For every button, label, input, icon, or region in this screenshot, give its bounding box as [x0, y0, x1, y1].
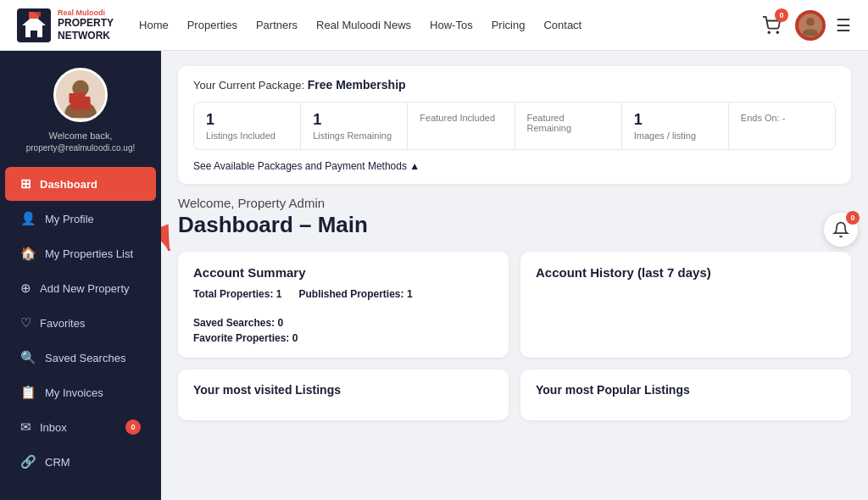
package-bar: Your Current Package: Free Membership 1 … — [178, 66, 851, 184]
sidebar-item-add-property[interactable]: ⊕ Add New Property — [5, 271, 156, 305]
sidebar-item-properties-list[interactable]: 🏠 My Properties List — [5, 236, 156, 270]
sidebar-label-crm: CRM — [45, 456, 70, 469]
sidebar-label-dashboard: Dashboard — [40, 178, 97, 191]
svg-point-5 — [776, 31, 778, 33]
published-properties-stat: Published Properties: 1 — [299, 288, 413, 300]
most-popular-title: Your most Popular Listings — [536, 383, 836, 397]
welcome-title: Dashboard – Main — [178, 212, 851, 238]
sidebar-item-dashboard[interactable]: ⊞ Dashboard — [5, 167, 156, 201]
nav-pricing[interactable]: Pricing — [492, 19, 526, 31]
svg-rect-11 — [70, 97, 90, 109]
stat-ends-on: Ends On: - — [729, 103, 835, 149]
top-navigation: Real Muloodi PROPERTYNETWORK Home Proper… — [0, 0, 868, 51]
nav-properties[interactable]: Properties — [187, 19, 237, 31]
nav-links: Home Properties Partners Real Muloodi Ne… — [139, 19, 758, 31]
add-icon: ⊕ — [20, 281, 31, 296]
notification-bell[interactable]: 0 — [824, 213, 858, 247]
welcome-greeting: Welcome, Property Admin — [178, 196, 851, 210]
total-properties-stat: Total Properties: 1 — [193, 288, 282, 300]
sidebar-label-profile: My Profile — [45, 213, 94, 225]
nav-partners[interactable]: Partners — [256, 19, 298, 31]
sidebar-label-saved-searches: Saved Searches — [45, 352, 125, 364]
most-visited-title: Your most visited Listings — [193, 383, 493, 397]
sidebar-item-invoices[interactable]: 📋 My Invoices — [5, 375, 156, 409]
sidebar-nav: ⊞ Dashboard 👤 My Profile 🏠 My Properties… — [0, 166, 161, 480]
sidebar-item-favorites[interactable]: ♡ Favorites — [5, 306, 156, 340]
dashboard-grid: Account Summary Total Properties: 1 Publ… — [178, 252, 851, 358]
saved-searches-stat: Saved Searches: 0 — [193, 317, 283, 329]
logo-text: PROPERTYNETWORK — [58, 17, 114, 42]
nav-contact[interactable]: Contact — [543, 19, 581, 31]
user-avatar[interactable] — [795, 10, 826, 41]
account-summary-title: Account Summary — [193, 265, 493, 280]
hamburger-menu[interactable]: ☰ — [836, 15, 851, 36]
sidebar-label-properties: My Properties List — [45, 247, 133, 260]
package-name: Free Membership — [308, 78, 406, 92]
sidebar-welcome-text: Welcome back, — [49, 131, 113, 141]
see-packages-link[interactable]: See Available Packages and Payment Metho… — [193, 160, 836, 172]
nav-news[interactable]: Real Muloodi News — [316, 19, 411, 31]
sidebar-label-inbox: Inbox — [40, 421, 67, 434]
dashboard-icon: ⊞ — [20, 176, 31, 192]
invoice-icon: 📋 — [20, 385, 36, 400]
sidebar-avatar-image — [56, 69, 105, 120]
stat-listings-remaining: 1 Listings Remaining — [301, 103, 408, 149]
sidebar-label-favorites: Favorites — [40, 317, 85, 330]
logo-sub: Real Muloodi — [58, 8, 114, 17]
svg-rect-12 — [75, 93, 86, 97]
cart-badge: 0 — [775, 8, 788, 22]
inbox-icon: ✉ — [20, 419, 31, 435]
svg-point-7 — [806, 17, 815, 25]
main-layout: Welcome back, property@realmuloodi.co.ug… — [0, 51, 868, 500]
nav-howtos[interactable]: How-Tos — [430, 19, 473, 31]
nav-home[interactable]: Home — [139, 19, 169, 31]
cart-button[interactable]: 0 — [758, 12, 785, 39]
account-history-title: Account History (last 7 days) — [536, 265, 836, 280]
nav-right: 0 ☰ — [758, 10, 851, 41]
profile-icon: 👤 — [20, 211, 36, 226]
most-popular-card: Your most Popular Listings — [520, 369, 851, 420]
search-icon: 🔍 — [20, 350, 36, 365]
crm-icon: 🔗 — [20, 454, 36, 469]
package-title: Your Current Package: Free Membership — [193, 78, 836, 92]
home-icon: 🏠 — [20, 246, 36, 261]
welcome-section: Welcome, Property Admin Dashboard – Main — [178, 196, 851, 238]
notification-badge: 0 — [846, 211, 860, 225]
stat-featured-included: Featured Included — [408, 103, 515, 149]
svg-point-4 — [768, 31, 770, 33]
sidebar-label-invoices: My Invoices — [45, 386, 103, 399]
heart-icon: ♡ — [20, 315, 31, 331]
bottom-grid: Your most visited Listings Your most Pop… — [178, 369, 851, 420]
sidebar-item-crm[interactable]: 🔗 CRM — [5, 445, 156, 479]
stat-images: 1 Images / listing — [622, 103, 729, 149]
main-content: Your Current Package: Free Membership 1 … — [161, 51, 868, 500]
logo[interactable]: Real Muloodi PROPERTYNETWORK — [17, 8, 114, 42]
most-visited-card: Your most visited Listings — [178, 369, 509, 420]
sidebar-item-inbox[interactable]: ✉ Inbox 0 — [5, 410, 156, 444]
sidebar-label-add: Add New Property — [40, 282, 130, 295]
sidebar-avatar — [53, 68, 108, 122]
account-summary-card: Account Summary Total Properties: 1 Publ… — [178, 252, 509, 358]
favorite-properties-stat: Favorite Properties: 0 — [193, 332, 493, 344]
sidebar-item-saved-searches[interactable]: 🔍 Saved Searches — [5, 341, 156, 375]
bell-icon — [832, 221, 849, 238]
sidebar: Welcome back, property@realmuloodi.co.ug… — [0, 51, 161, 500]
stat-listings-included: 1 Listings Included — [194, 103, 301, 149]
sidebar-email: property@realmuloodi.co.ug! — [18, 143, 144, 153]
package-stats: 1 Listings Included 1 Listings Remaining… — [193, 102, 836, 150]
inbox-badge: 0 — [125, 419, 141, 435]
avatar-icon — [798, 14, 822, 37]
stat-featured-remaining: Featured Remaining — [515, 103, 622, 149]
logo-icon — [17, 8, 51, 42]
account-history-card: Account History (last 7 days) — [520, 252, 851, 358]
sidebar-item-profile[interactable]: 👤 My Profile — [5, 202, 156, 236]
